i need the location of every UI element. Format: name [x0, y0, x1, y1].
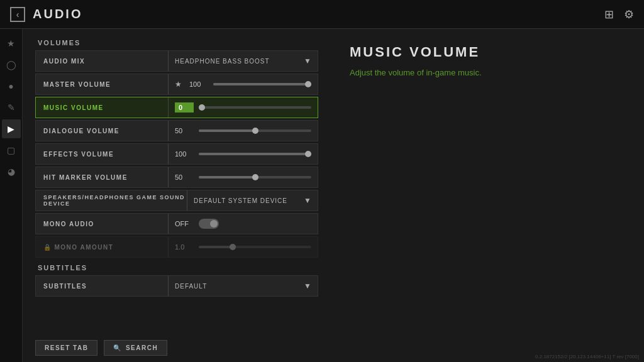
dialogue-volume-thumb — [252, 128, 258, 134]
star-icon: ★ — [175, 80, 182, 89]
info-title: MUSIC VOLUME — [350, 44, 625, 60]
info-desc-post: . — [479, 68, 482, 77]
mono-audio-value-area: OFF — [169, 219, 318, 229]
top-bar-right: ⊞ ⚙ — [604, 8, 634, 21]
hit-marker-volume-label: HIT MARKER VOLUME — [36, 174, 168, 181]
reset-tab-label: RESET TAB — [45, 344, 88, 351]
mono-amount-slider — [199, 246, 311, 248]
subtitles-value: DEFAULT — [175, 283, 299, 290]
audio-mix-label: AUDIO MIX — [36, 58, 168, 65]
hit-marker-volume-value: 50 — [175, 173, 194, 181]
back-button[interactable]: ‹ — [10, 7, 25, 22]
bottom-bar: RESET TAB 🔍 SEARCH — [23, 334, 331, 362]
audio-mix-value-area: HEADPHONE BASS BOOST ▼ — [169, 57, 318, 65]
dialogue-volume-label: DIALOGUE VOLUME — [36, 128, 168, 134]
audio-mix-arrow: ▼ — [304, 57, 311, 65]
info-description: Adjust the volume of in-game music. — [350, 67, 625, 79]
mono-amount-value-area: 1.0 — [169, 243, 318, 251]
speakers-device-value: DEFAULT SYSTEM DEVICE — [194, 197, 299, 204]
mono-amount-label: 🔒MONO AMOUNT — [36, 244, 168, 251]
sidebar-icon-network[interactable]: ◕ — [2, 162, 21, 181]
speakers-device-value-area: DEFAULT SYSTEM DEVICE ▼ — [187, 196, 318, 205]
mono-amount-thumb — [230, 244, 236, 250]
left-sidebar: ★ ◯ ● ✎ ▶ ▢ ◕ — [0, 29, 23, 362]
hit-marker-volume-value-area: 50 — [169, 173, 318, 181]
master-volume-thumb — [305, 81, 311, 87]
effects-volume-fill — [199, 153, 311, 155]
page-title: AUDIO — [33, 7, 82, 21]
speakers-device-arrow: ▼ — [304, 196, 311, 205]
sidebar-icon-audio[interactable]: ▶ — [2, 119, 21, 138]
master-volume-label: MASTER VOLUME — [36, 81, 168, 88]
search-label: SEARCH — [126, 344, 158, 351]
music-volume-thumb — [199, 104, 205, 111]
mono-audio-value: OFF — [175, 220, 194, 228]
sidebar-icon-grid[interactable]: ▢ — [2, 141, 21, 160]
music-volume-row[interactable]: MUSIC VOLUME 0 — [35, 97, 318, 118]
master-volume-slider[interactable] — [213, 83, 311, 85]
effects-volume-label: EFFECTS VOLUME — [36, 151, 168, 158]
sidebar-icon-controller[interactable]: ● — [2, 77, 21, 96]
info-desc-link: in-game music — [426, 68, 479, 77]
music-volume-value-area: 0 — [169, 102, 318, 112]
mono-audio-row[interactable]: MONO AUDIO OFF — [35, 213, 318, 234]
sidebar-icon-star[interactable]: ★ — [2, 34, 21, 53]
top-bar-left: ‹ AUDIO — [10, 7, 82, 22]
main-content: VOLUMES AUDIO MIX HEADPHONE BASS BOOST ▼… — [23, 29, 644, 362]
info-panel: MUSIC VOLUME Adjust the volume of in-gam… — [331, 29, 644, 362]
audio-mix-row[interactable]: AUDIO MIX HEADPHONE BASS BOOST ▼ — [35, 50, 318, 72]
settings-panel: VOLUMES AUDIO MIX HEADPHONE BASS BOOST ▼… — [23, 29, 331, 362]
hit-marker-volume-slider[interactable] — [199, 176, 311, 178]
speakers-device-row[interactable]: SPEAKERS/HEADPHONES GAME SOUND DEVICE DE… — [35, 190, 318, 211]
grid-icon[interactable]: ⊞ — [604, 8, 614, 21]
mono-amount-value: 1.0 — [175, 243, 194, 251]
volumes-section-header: VOLUMES — [35, 39, 318, 47]
master-volume-fill — [213, 83, 311, 85]
dialogue-volume-fill — [199, 129, 255, 132]
effects-volume-row[interactable]: EFFECTS VOLUME 100 — [35, 143, 318, 165]
dialogue-volume-slider[interactable] — [199, 129, 311, 132]
audio-mix-value: HEADPHONE BASS BOOST — [175, 58, 299, 65]
master-volume-row[interactable]: MASTER VOLUME ★ 100 — [35, 74, 318, 95]
subtitles-section-header: SUBTITLES — [35, 264, 318, 272]
info-desc-pre: Adjust the volume of — [350, 68, 426, 77]
version-text: 0.2.1872152/2 [20.123.14406+11] T rev [7… — [535, 354, 639, 359]
hit-marker-volume-fill — [199, 176, 255, 178]
hit-marker-volume-row[interactable]: HIT MARKER VOLUME 50 — [35, 167, 318, 188]
gear-icon[interactable]: ⚙ — [624, 8, 634, 21]
master-volume-value: 100 — [189, 80, 208, 88]
speakers-device-label: SPEAKERS/HEADPHONES GAME SOUND DEVICE — [36, 194, 187, 207]
subtitles-arrow: ▼ — [304, 282, 311, 290]
sidebar-icon-edit[interactable]: ✎ — [2, 98, 21, 117]
music-volume-value: 0 — [175, 102, 194, 112]
master-volume-value-area: ★ 100 — [169, 80, 318, 89]
effects-volume-value-area: 100 — [169, 150, 318, 158]
search-icon: 🔍 — [113, 344, 122, 351]
mono-audio-toggle[interactable] — [199, 219, 219, 229]
effects-volume-slider[interactable] — [199, 153, 311, 155]
search-button[interactable]: 🔍 SEARCH — [104, 340, 167, 356]
top-bar: ‹ AUDIO ⊞ ⚙ — [0, 0, 644, 29]
effects-volume-thumb — [305, 151, 311, 157]
mono-amount-row: 🔒MONO AMOUNT 1.0 — [35, 236, 318, 258]
subtitles-value-area: DEFAULT ▼ — [169, 282, 318, 290]
subtitles-label: SUBTITLES — [36, 283, 168, 290]
mono-amount-fill — [199, 246, 233, 248]
music-volume-label: MUSIC VOLUME — [36, 104, 168, 111]
effects-volume-value: 100 — [175, 150, 194, 158]
music-volume-slider[interactable] — [199, 106, 311, 109]
mono-audio-label: MONO AUDIO — [36, 221, 168, 228]
reset-tab-button[interactable]: RESET TAB — [35, 340, 97, 356]
dialogue-volume-row[interactable]: DIALOGUE VOLUME 50 — [35, 120, 318, 141]
dialogue-volume-value-area: 50 — [169, 127, 318, 134]
dialogue-volume-value: 50 — [175, 127, 194, 134]
hit-marker-volume-thumb — [252, 174, 258, 180]
sidebar-icon-person[interactable]: ◯ — [2, 55, 21, 74]
subtitles-row[interactable]: SUBTITLES DEFAULT ▼ — [35, 275, 318, 297]
back-icon: ‹ — [16, 9, 19, 19]
